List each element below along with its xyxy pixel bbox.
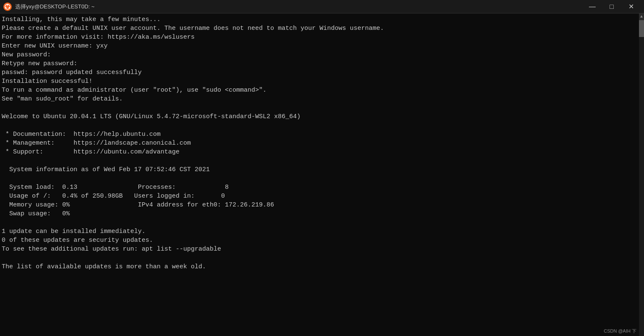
scroll-up-button[interactable]: ▲ [639,13,644,20]
terminal-content[interactable]: Installing, this may take a few minutes.… [0,13,644,336]
svg-point-2 [9,7,10,8]
scrollbar-thumb[interactable] [639,20,644,37]
window-controls: — □ ✕ [583,0,641,13]
maximize-button[interactable]: □ [602,0,621,13]
window-title: 选择yxy@DESKTOP-LEST0D: ~ [15,3,95,11]
svg-point-1 [7,4,8,5]
terminal-window: 选择yxy@DESKTOP-LEST0D: ~ — □ ✕ Installing… [0,0,644,336]
minimize-button[interactable]: — [583,0,602,13]
svg-point-3 [5,7,7,8]
title-bar: 选择yxy@DESKTOP-LEST0D: ~ — □ ✕ [0,0,644,13]
close-button[interactable]: ✕ [621,0,641,13]
ubuntu-logo-icon [3,3,12,11]
scrollbar[interactable]: ▲ [639,13,644,336]
terminal-output: Installing, this may take a few minutes.… [2,15,642,271]
title-bar-left: 选择yxy@DESKTOP-LEST0D: ~ [3,3,95,11]
watermark: CSDN @AIH 下 [604,328,636,334]
